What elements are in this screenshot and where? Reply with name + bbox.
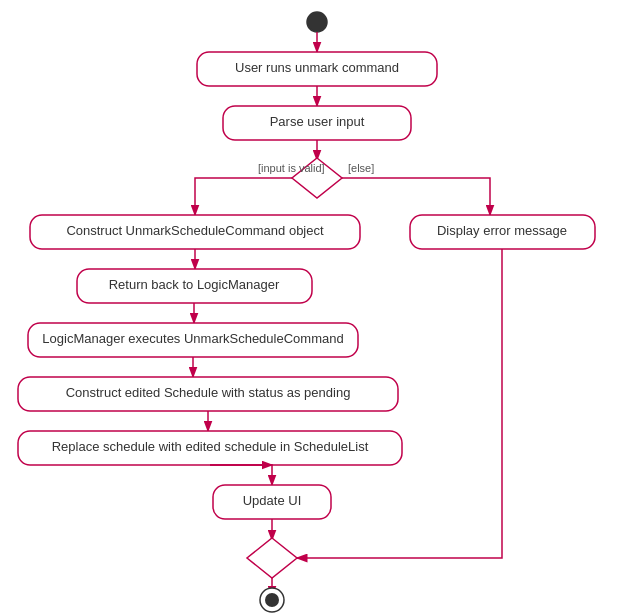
start-node <box>307 12 327 32</box>
else-label: [else] <box>348 162 374 174</box>
arrow-replace-to-update2 <box>210 465 272 485</box>
arrow-decision-to-construct <box>195 178 292 215</box>
arrow-decision-to-error <box>342 178 490 215</box>
construct-edited-label: Construct edited Schedule with status as… <box>66 385 351 400</box>
construct-unmark-label: Construct UnmarkScheduleCommand object <box>66 223 324 238</box>
replace-schedule-label: Replace schedule with edited schedule in… <box>52 439 369 454</box>
end-inner <box>265 593 279 607</box>
parse-input-label: Parse user input <box>270 114 365 129</box>
update-ui-label: Update UI <box>243 493 302 508</box>
execute-unmark-label: LogicManager executes UnmarkScheduleComm… <box>42 331 343 346</box>
user-runs-label: User runs unmark command <box>235 60 399 75</box>
return-logic-label: Return back to LogicManager <box>109 277 280 292</box>
merge-diamond <box>247 538 297 578</box>
display-error-label: Display error message <box>437 223 567 238</box>
input-valid-label: [input is valid] <box>258 162 325 174</box>
